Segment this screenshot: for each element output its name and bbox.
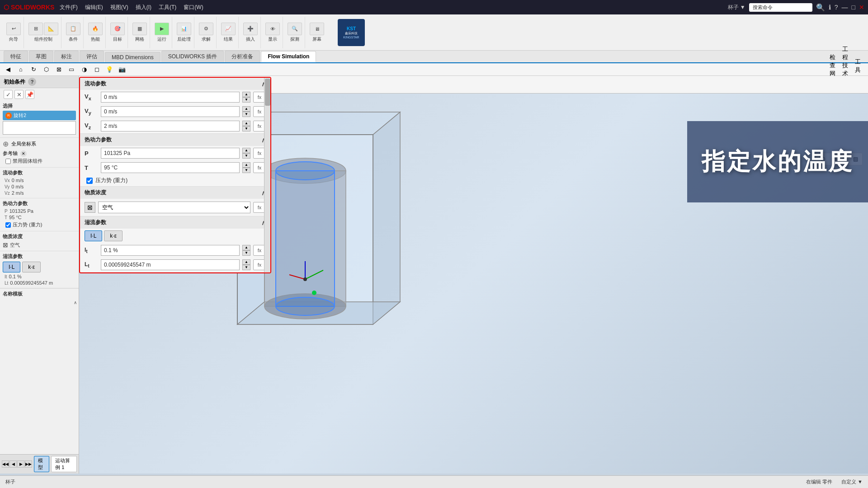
guide-icon[interactable]: ◀	[3, 65, 14, 75]
toolbar-nav-btn[interactable]: ↩	[6, 23, 21, 35]
refresh-icon[interactable]: ↻	[28, 65, 39, 75]
tab-right-btn[interactable]: ▶	[17, 460, 24, 468]
close-icon[interactable]: ✕	[859, 4, 864, 11]
ref-axis-close[interactable]: ✕	[20, 150, 27, 157]
gravity-summary-row[interactable]: 压力势 (重力)	[3, 221, 76, 229]
concentration-header[interactable]: 物质浓度 ∧	[80, 187, 270, 199]
heat-btn[interactable]: 🔥	[88, 23, 103, 35]
bottom-tab-motion[interactable]: 运动算例 1	[51, 456, 77, 472]
turbulence-header[interactable]: 湍流参数 ∧	[80, 216, 270, 229]
section-icon[interactable]: ⊠	[53, 65, 64, 75]
tools-dropdown-btn[interactable]: 工具 ▼	[854, 65, 865, 75]
question-icon[interactable]: ?	[835, 4, 838, 11]
wireframe-icon[interactable]: ▭	[66, 65, 77, 75]
tab-analysis-prep[interactable]: 分析准备	[225, 51, 260, 62]
insert-btn[interactable]: ➕	[243, 23, 258, 35]
template-collapse[interactable]: ∧	[0, 299, 79, 306]
tab-sw-plugins[interactable]: SOLIDWORKS 插件	[161, 51, 224, 62]
help-icon[interactable]: 🔍	[816, 3, 825, 12]
solid-checkbox[interactable]	[5, 159, 11, 164]
it-down-btn[interactable]: ▼	[242, 250, 250, 256]
menu-file[interactable]: 文件(F)	[60, 4, 77, 11]
menu-edit[interactable]: 编辑(E)	[85, 4, 103, 11]
mesh-btn[interactable]: ▦	[132, 23, 147, 35]
vy-down-btn[interactable]: ▼	[242, 112, 250, 117]
menu-insert[interactable]: 插入(I)	[136, 4, 151, 11]
turb-ke-btn[interactable]: k·ε	[104, 230, 123, 241]
tab-annotation[interactable]: 标注	[54, 51, 79, 62]
probe-btn[interactable]: 🔍	[288, 23, 302, 35]
p-up-btn[interactable]: ▲	[242, 148, 250, 153]
toolbar-setup-btn2[interactable]: 📐	[44, 23, 58, 35]
view3d-icon[interactable]: ⬡	[41, 65, 52, 75]
concentration-select[interactable]: 空气	[98, 202, 250, 213]
selected-item-rotate[interactable]: R 旋转2	[3, 111, 76, 120]
vy-up-btn[interactable]: ▲	[242, 106, 250, 112]
solid-checkbox-row[interactable]: 禁用固体组件	[3, 157, 76, 165]
vz-up-btn[interactable]: ▲	[242, 121, 250, 126]
it-input[interactable]	[101, 245, 240, 256]
pin-btn[interactable]: 📌	[25, 90, 34, 99]
confirm-btn[interactable]: ✓	[4, 90, 13, 99]
selection-box[interactable]	[3, 121, 76, 135]
params-scrollbar[interactable]	[264, 78, 270, 272]
params-scroll-thumb[interactable]	[265, 79, 270, 106]
screen-btn[interactable]: 🖥	[310, 23, 324, 35]
tab-flow-simulation[interactable]: Flow Simulation	[261, 51, 316, 62]
p-down-btn[interactable]: ▼	[242, 153, 250, 159]
results-btn[interactable]: 📈	[221, 23, 236, 35]
panel-help-btn[interactable]: ?	[28, 78, 36, 86]
vz-down-btn[interactable]: ▼	[242, 126, 250, 131]
vy-input[interactable]	[101, 106, 240, 117]
tab-left-btn[interactable]: ◀	[9, 460, 17, 468]
tab-next-btn[interactable]: ▶▶	[25, 460, 32, 468]
check-mesh-btn[interactable]: 检查网格	[829, 65, 840, 75]
thermo-params-header[interactable]: 热动力参数 ∧	[80, 134, 270, 146]
turb-ke-summary[interactable]: k·ε	[22, 262, 41, 272]
lt-down-btn[interactable]: ▼	[242, 265, 250, 270]
maximize-icon[interactable]: □	[852, 4, 855, 11]
vx-up-btn[interactable]: ▲	[242, 92, 250, 97]
tab-sketch[interactable]: 草图	[29, 51, 53, 62]
lt-input[interactable]	[101, 259, 240, 270]
flow-params-header[interactable]: 流动参数 ∧	[80, 78, 270, 90]
vz-input[interactable]	[101, 121, 240, 131]
menu-bar[interactable]: 文件(F) 编辑(E) 视图(V) 插入(I) 工具(T) 窗口(W)	[60, 4, 203, 11]
tab-evaluate[interactable]: 评估	[80, 51, 104, 62]
t-up-btn[interactable]: ▲	[242, 162, 250, 168]
bottom-tab-model[interactable]: 模型	[34, 456, 49, 472]
info-icon[interactable]: ℹ	[829, 4, 831, 11]
search-box[interactable]: 搜索命令	[749, 3, 812, 12]
menu-tools[interactable]: 工具(T)	[159, 4, 176, 11]
shade-icon[interactable]: ◑	[79, 65, 90, 75]
cup-label[interactable]: 杯子 ▼	[728, 4, 745, 11]
custom-dropdown[interactable]: 自定义 ▼	[841, 479, 863, 485]
tab-prev-btn[interactable]: ◀◀	[2, 460, 9, 468]
run-btn[interactable]: ▶	[155, 23, 169, 35]
cancel-btn[interactable]: ✕	[14, 90, 24, 99]
vx-input[interactable]	[101, 92, 240, 103]
gravity-checkbox-summary[interactable]	[5, 222, 11, 228]
menu-window[interactable]: 窗口(W)	[184, 4, 203, 11]
toolbar-setup-btn1[interactable]: ⊞	[28, 23, 43, 35]
tab-mbd[interactable]: MBD Dimensions	[105, 52, 160, 62]
gravity-checkbox-main[interactable]	[86, 178, 93, 184]
lt-up-btn[interactable]: ▲	[242, 259, 250, 265]
project-tools-btn[interactable]: 工程技术工具	[842, 65, 853, 75]
light-icon[interactable]: 💡	[104, 65, 115, 75]
home-icon[interactable]: ⌂	[15, 65, 26, 75]
vx-down-btn[interactable]: ▼	[242, 97, 250, 103]
menu-view[interactable]: 视图(V)	[110, 4, 128, 11]
turb-il-summary[interactable]: I·L	[3, 262, 20, 272]
tab-features[interactable]: 特征	[4, 51, 28, 62]
solve-btn[interactable]: ⚙	[199, 23, 213, 35]
gravity-checkbox-section[interactable]: 压力势 (重力)	[80, 175, 270, 186]
display-btn[interactable]: 👁	[265, 23, 280, 35]
xray-icon[interactable]: ◻	[91, 65, 102, 75]
goal-btn[interactable]: 🎯	[110, 23, 125, 35]
postprocess-btn[interactable]: 📊	[177, 23, 191, 35]
turb-il-btn[interactable]: I·L	[85, 230, 102, 241]
p-input[interactable]	[101, 148, 240, 159]
it-up-btn[interactable]: ▲	[242, 245, 250, 250]
conditions-btn[interactable]: 📋	[66, 23, 80, 35]
